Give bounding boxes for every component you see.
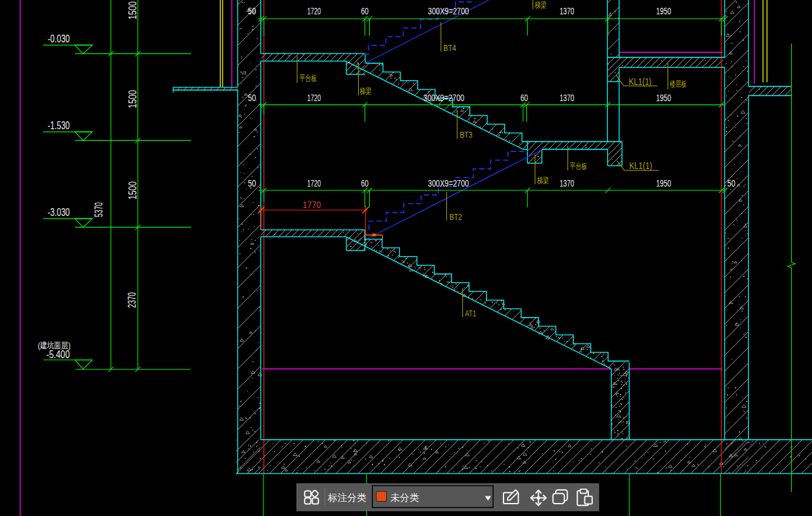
svg-text:50: 50 — [248, 177, 256, 189]
svg-text:1720: 1720 — [307, 177, 321, 189]
svg-text:平台板: 平台板 — [299, 74, 317, 83]
svg-text:AT1: AT1 — [465, 309, 476, 318]
svg-text:50: 50 — [248, 5, 256, 16]
svg-text:BT3: BT3 — [460, 130, 473, 140]
svg-text:BT4: BT4 — [444, 44, 457, 53]
svg-text:1720: 1720 — [307, 92, 321, 103]
svg-text:-1.530: -1.530 — [48, 120, 70, 131]
svg-text:1370: 1370 — [560, 5, 575, 16]
svg-text:50: 50 — [248, 92, 256, 103]
svg-text:梯梁: 梯梁 — [534, 1, 547, 10]
svg-text:300X9=2700: 300X9=2700 — [428, 5, 469, 16]
svg-text:-0.030: -0.030 — [48, 33, 70, 44]
svg-text:1500: 1500 — [127, 1, 138, 20]
svg-text:BT2: BT2 — [449, 213, 462, 222]
svg-text:-5.400: -5.400 — [46, 349, 70, 360]
svg-text:5370: 5370 — [93, 202, 104, 217]
svg-text:标注分类: 标注分类 — [327, 492, 367, 503]
svg-text:梯梁: 梯梁 — [359, 87, 372, 96]
svg-text:-3.030: -3.030 — [48, 207, 70, 218]
svg-text:(建坑面层): (建坑面层) — [38, 341, 70, 350]
svg-text:2370: 2370 — [127, 292, 138, 308]
svg-text:KL1(1): KL1(1) — [629, 76, 652, 87]
svg-text:平台板: 平台板 — [569, 162, 587, 171]
svg-text:1500: 1500 — [127, 90, 138, 108]
svg-text:KL1(1): KL1(1) — [629, 160, 652, 171]
svg-text:60: 60 — [520, 92, 528, 103]
svg-text:1950: 1950 — [656, 177, 671, 189]
svg-text:1950: 1950 — [656, 5, 671, 16]
svg-text:未分类: 未分类 — [390, 492, 419, 503]
svg-text:60: 60 — [361, 5, 369, 16]
svg-text:1370: 1370 — [560, 92, 575, 103]
svg-text:1720: 1720 — [307, 5, 321, 16]
svg-text:楼层板: 楼层板 — [670, 80, 687, 89]
svg-text:1500: 1500 — [127, 181, 138, 200]
svg-text:300X9=2700: 300X9=2700 — [428, 177, 469, 189]
svg-text:1770: 1770 — [303, 200, 321, 210]
svg-text:60: 60 — [361, 177, 369, 189]
svg-text:50: 50 — [727, 177, 736, 189]
svg-text:梯梁: 梯梁 — [537, 176, 549, 185]
svg-text:1950: 1950 — [656, 92, 671, 103]
svg-text:300X9=2700: 300X9=2700 — [423, 92, 464, 103]
svg-text:1370: 1370 — [560, 177, 575, 189]
